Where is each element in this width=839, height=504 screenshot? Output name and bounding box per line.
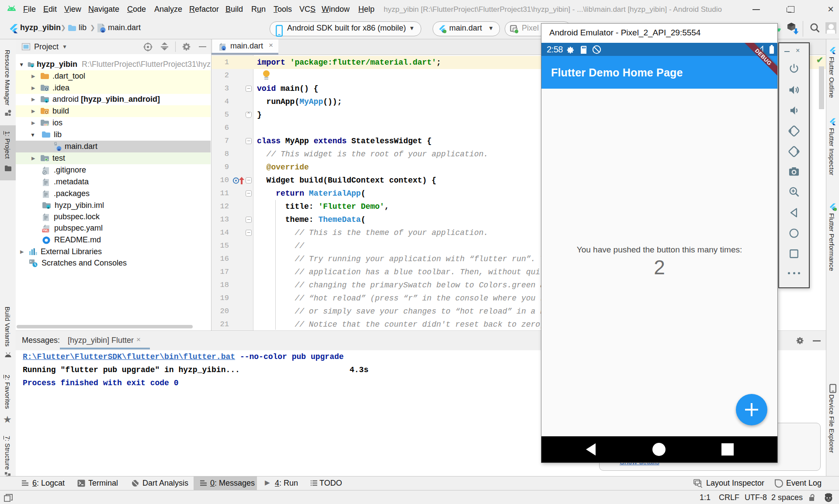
svg-text:YML: YML — [42, 229, 49, 232]
